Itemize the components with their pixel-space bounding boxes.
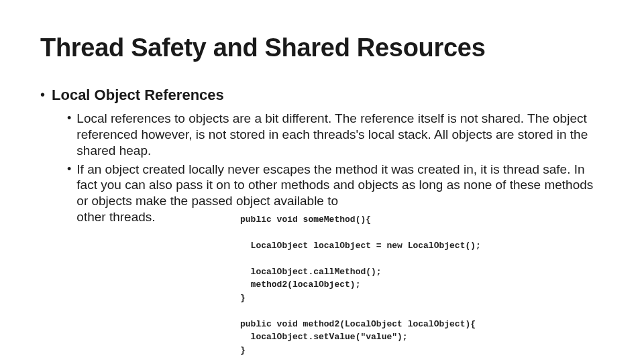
bullet-text-tail: other threads. xyxy=(76,209,155,225)
section-heading: Local Object References xyxy=(52,86,224,104)
code-snippet: public void someMethod(){ LocalObject lo… xyxy=(240,213,604,357)
list-item: • Local references to objects are a bit … xyxy=(67,111,604,158)
bullet-dot: • xyxy=(40,86,45,104)
bullet-text: Local references to objects are a bit di… xyxy=(76,111,604,158)
bullet-text: If an object created locally never escap… xyxy=(76,162,593,208)
bullet-dot: • xyxy=(67,162,71,225)
bullet-dot: • xyxy=(67,111,71,158)
section-heading-row: • Local Object References xyxy=(40,86,604,104)
page-title: Thread Safety and Shared Resources xyxy=(40,34,604,62)
